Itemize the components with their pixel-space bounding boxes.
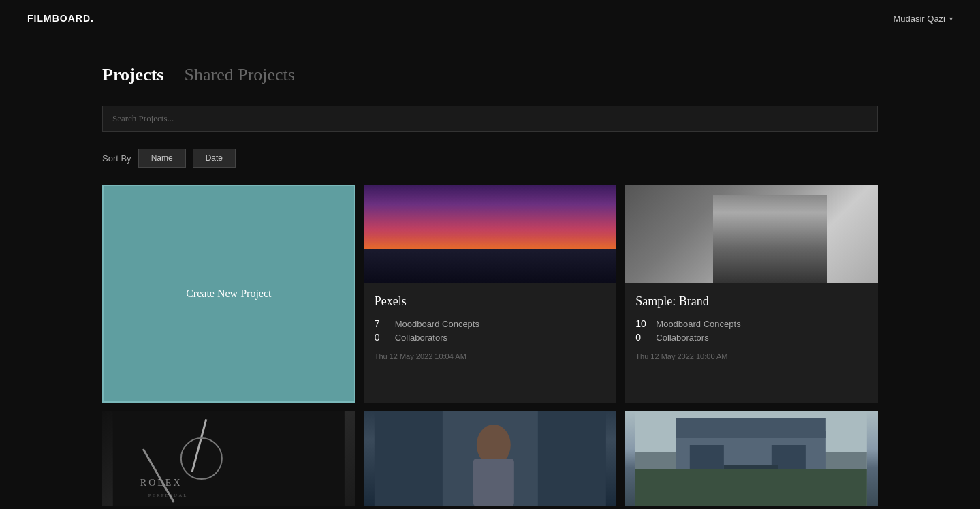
project-card-sample-brand[interactable]: Sample: Brand 10 Moodboard Concepts 0 Co… — [625, 185, 878, 403]
app-header: FILMBOARD. Mudasir Qazi ▾ — [0, 0, 980, 37]
moodboard-count-sample-brand: 10 — [635, 318, 649, 329]
create-new-project-card[interactable]: Create New Project — [102, 185, 355, 403]
user-menu[interactable]: Mudasir Qazi ▾ — [893, 14, 953, 24]
moodboard-stat-pexels: 7 Moodboard Concepts — [375, 318, 606, 329]
chevron-down-icon: ▾ — [949, 15, 953, 22]
moodboard-stat-sample-brand: 10 Moodboard Concepts — [635, 318, 867, 329]
projects-grid: Create New Project Pexels 7 Moodboard Co… — [102, 185, 878, 506]
project-title-sample-brand: Sample: Brand — [635, 294, 867, 309]
svg-rect-17 — [635, 469, 867, 506]
moodboard-label-pexels: Moodboard Concepts — [395, 319, 479, 329]
thumbnail-image-sunset — [364, 185, 617, 283]
project-info-pexels: Pexels 7 Moodboard Concepts 0 Collaborat… — [364, 283, 617, 371]
user-name: Mudasir Qazi — [893, 14, 945, 24]
svg-rect-9 — [473, 459, 513, 506]
collaborators-stat-pexels: 0 Collaborators — [375, 332, 606, 343]
project-card-rolex[interactable]: ROLEX PERPETUAL — [102, 411, 355, 506]
collaborators-stat-sample-brand: 0 Collaborators — [635, 332, 867, 343]
svg-rect-14 — [690, 445, 724, 472]
project-stats-sample-brand: 10 Moodboard Concepts 0 Collaborators — [635, 318, 867, 343]
sort-by-name-button[interactable]: Name — [138, 149, 186, 168]
svg-text:ROLEX: ROLEX — [140, 478, 183, 488]
thumbnail-image-rolex: ROLEX PERPETUAL — [102, 411, 355, 506]
collaborators-label-pexels: Collaborators — [395, 333, 447, 343]
project-card-house[interactable] — [625, 411, 878, 506]
svg-rect-13 — [676, 418, 826, 438]
tab-shared-projects[interactable]: Shared Projects — [184, 65, 294, 85]
sort-label: Sort By — [102, 153, 131, 164]
project-stats-pexels: 7 Moodboard Concepts 0 Collaborators — [375, 318, 606, 343]
project-card-pexels[interactable]: Pexels 7 Moodboard Concepts 0 Collaborat… — [364, 185, 617, 403]
thumbnail-image-person2 — [364, 411, 617, 506]
moodboard-count-pexels: 7 — [375, 318, 388, 329]
sort-controls: Sort By Name Date — [102, 149, 878, 168]
thumbnail-image-house — [625, 411, 878, 506]
project-title-pexels: Pexels — [375, 294, 606, 309]
svg-text:PERPETUAL: PERPETUAL — [148, 493, 188, 498]
collaborators-count-sample-brand: 0 — [635, 332, 649, 343]
thumbnail-image-brand — [625, 185, 878, 283]
collaborators-count-pexels: 0 — [375, 332, 388, 343]
project-date-sample-brand: Thu 12 May 2022 10:00 AM — [635, 352, 867, 360]
moodboard-label-sample-brand: Moodboard Concepts — [656, 319, 740, 329]
tab-nav: Projects Shared Projects — [102, 65, 878, 85]
search-input[interactable] — [102, 106, 878, 132]
search-container — [102, 106, 878, 132]
sort-by-date-button[interactable]: Date — [193, 149, 236, 168]
project-card-person2[interactable] — [364, 411, 617, 506]
main-content: Projects Shared Projects Sort By Name Da… — [0, 37, 980, 509]
create-new-project-label: Create New Project — [186, 288, 271, 300]
tab-projects[interactable]: Projects — [102, 65, 163, 85]
project-info-sample-brand: Sample: Brand 10 Moodboard Concepts 0 Co… — [625, 283, 878, 371]
project-date-pexels: Thu 12 May 2022 10:04 AM — [375, 352, 606, 360]
app-logo: FILMBOARD. — [27, 13, 94, 24]
collaborators-label-sample-brand: Collaborators — [656, 333, 708, 343]
project-thumbnail-sample-brand — [625, 185, 878, 283]
project-thumbnail-pexels — [364, 185, 617, 283]
